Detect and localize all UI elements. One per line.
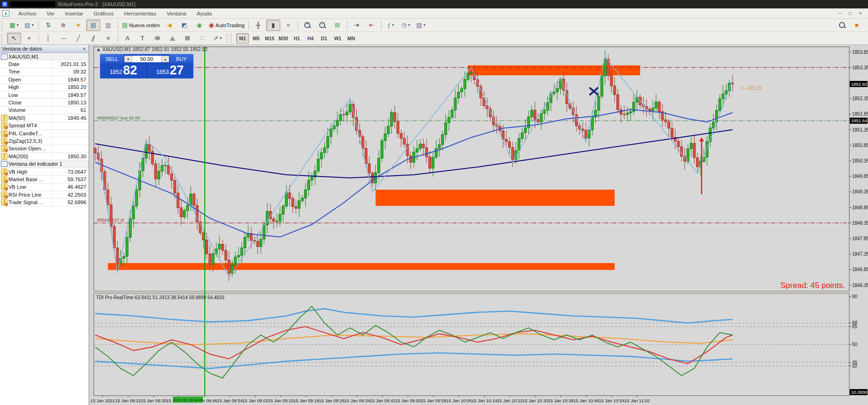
megaphone-icon[interactable]: ◀	[162, 20, 176, 31]
svg-text:15 Jan 09:34: 15 Jan 09:34	[344, 398, 370, 403]
navigator-icon[interactable]: ▥	[101, 20, 115, 31]
timeframe-h4[interactable]: H4	[304, 33, 317, 44]
chart-line-icon[interactable]: ≈	[281, 20, 295, 31]
zoom-out-icon[interactable]: −	[315, 20, 329, 31]
svg-text:32: 32	[852, 363, 858, 368]
indicator-function-icon: f	[1, 138, 7, 144]
auto-scroll-icon[interactable]: ⇥	[350, 20, 364, 31]
rectangle-icon	[185, 36, 190, 40]
channel-icon[interactable]: ∥	[86, 33, 100, 44]
timeframe-w1[interactable]: W1	[331, 33, 344, 44]
volume-increase-button[interactable]: ▲	[161, 56, 169, 62]
svg-text:50: 50	[852, 342, 858, 347]
timeframe-mn[interactable]: MN	[345, 33, 358, 44]
ask-price[interactable]: 1853 27	[147, 64, 194, 78]
data-window-row-spread-mt4: fSpread MT4	[0, 122, 89, 130]
zone-rect[interactable]	[375, 190, 614, 206]
timeframe-m15[interactable]: M15	[263, 33, 276, 44]
more-shapes-icon[interactable]: ∷	[195, 33, 210, 44]
broadcast-icon[interactable]: ◉	[192, 20, 206, 31]
minimize-button[interactable]: ─	[835, 9, 845, 17]
chart-bars-icon[interactable]: ╫	[251, 20, 265, 31]
autotrading-button[interactable]: ◉AutoTrading	[207, 20, 246, 31]
close-icon[interactable]: ×	[82, 46, 87, 52]
market-watch-icon[interactable]: ⇅	[41, 20, 55, 31]
zoom-in-icon[interactable]: +	[300, 20, 314, 31]
chevron-down-icon: ▾	[392, 23, 394, 27]
trendline-icon[interactable]: ╱	[71, 33, 85, 44]
menu-ver[interactable]: Ver	[41, 9, 60, 18]
chart-shift-icon[interactable]: ⇤	[365, 20, 379, 31]
community-icon[interactable]: ■	[850, 20, 864, 31]
ellipse-icon[interactable]	[150, 33, 165, 44]
row-label: VB Low	[8, 184, 52, 190]
text-icon: A	[126, 35, 130, 41]
menu-archivo[interactable]: Archivo	[13, 9, 41, 18]
data-window-titlebar[interactable]: Ventana de datos ×	[0, 45, 89, 53]
arrow-tools-icon[interactable]: ⇗▾	[210, 33, 224, 44]
zone-rect[interactable]	[468, 66, 640, 75]
fibonacci-icon[interactable]: ≡	[101, 33, 115, 44]
toolbar-separator	[381, 21, 382, 30]
restore-button[interactable]: □	[846, 9, 855, 17]
chart-candles-icon[interactable]: ▮	[266, 20, 280, 31]
candle-countdown: <--00:15	[741, 85, 762, 91]
chart-region[interactable]: #56659527 sl#56659527 buy 50.00▲ XAUUSD,…	[90, 45, 868, 405]
profiles-icon[interactable]: ▧▾	[22, 20, 36, 31]
symbols-icon[interactable]: ⊕	[56, 20, 70, 31]
crosshair-icon[interactable]: +	[22, 33, 36, 44]
menu-ayuda[interactable]: Ayuda	[192, 9, 217, 18]
row-label: Low	[8, 92, 52, 98]
favorites-icon[interactable]: ★	[71, 20, 85, 31]
svg-text:15 Jan 10:06: 15 Jan 10:06	[446, 398, 472, 403]
svg-text:15 Jan 08:30: 15 Jan 08:30	[141, 398, 166, 403]
sell-button[interactable]: SELL	[100, 54, 124, 64]
volume-spinner: ▼ ▲	[124, 56, 170, 62]
vertical-line-icon[interactable]: │	[41, 33, 55, 44]
vertical-line-icon: │	[46, 35, 50, 41]
new-order-button[interactable]: ▤Nueva orden	[120, 20, 161, 31]
timeframe-h1[interactable]: H1	[291, 33, 303, 44]
svg-text:15 Jan 09:26: 15 Jan 09:26	[319, 398, 344, 403]
broadcast-icon: ◉	[196, 22, 202, 28]
templates-icon[interactable]: ▨▾	[414, 20, 428, 31]
search-icon[interactable]	[835, 20, 849, 31]
timeframe-m30[interactable]: M30	[277, 33, 290, 44]
volume-decrease-button[interactable]: ▼	[124, 56, 132, 62]
cursor-icon[interactable]: ↖	[7, 33, 21, 44]
data-window-icon[interactable]: ▤	[86, 20, 100, 31]
rectangle-icon[interactable]	[180, 33, 195, 44]
timeframe-d1[interactable]: D1	[318, 33, 330, 44]
redacted-account-block	[10, 1, 55, 7]
mql-community-icon[interactable]: ◩	[177, 20, 191, 31]
text-label-icon[interactable]: T	[135, 33, 150, 44]
volume-input[interactable]	[132, 56, 161, 62]
horizontal-line-icon[interactable]: ─	[56, 33, 70, 44]
new-order-label: Nueva orden	[129, 22, 160, 28]
timeframe-m5[interactable]: M5	[250, 33, 262, 44]
triangle-icon[interactable]	[165, 33, 180, 44]
buy-button[interactable]: BUY	[170, 54, 193, 64]
tile-windows-icon[interactable]: ⊞	[330, 20, 344, 31]
menu-ventana[interactable]: Ventana	[161, 9, 191, 18]
menu-graficos[interactable]: Gráficos	[89, 9, 119, 18]
indicators-icon[interactable]: ƒ▾	[384, 20, 398, 31]
pane-divider[interactable]	[94, 291, 849, 294]
timeframe-m1[interactable]: M1	[236, 33, 249, 44]
toolbar-grip	[1, 34, 5, 43]
indicator-function-icon: f	[1, 191, 7, 198]
text-icon[interactable]: A	[120, 33, 135, 44]
menu-herramientas[interactable]: Herramientas	[119, 9, 161, 18]
row-label: MA(200)	[8, 154, 52, 159]
periods-icon[interactable]: ◷▾	[399, 20, 413, 31]
svg-text:1849.85: 1849.85	[852, 174, 868, 179]
zone-rect[interactable]	[108, 263, 614, 270]
menu-insertar[interactable]: Insertar	[60, 9, 89, 18]
bid-price[interactable]: 1852 82	[100, 64, 147, 78]
new-chart-icon[interactable]: ▦▾	[7, 20, 21, 31]
ohlc-header: ▲ XAUUSD,M1 1852.87 1852.91 1852.55 1852…	[96, 46, 208, 52]
row-label: Session Open...	[8, 146, 52, 151]
main-plot[interactable]	[94, 47, 849, 291]
close-button[interactable]: ×	[856, 9, 865, 17]
price-chart[interactable]: #56659527 sl#56659527 buy 50.00▲ XAUUSD,…	[90, 45, 868, 405]
